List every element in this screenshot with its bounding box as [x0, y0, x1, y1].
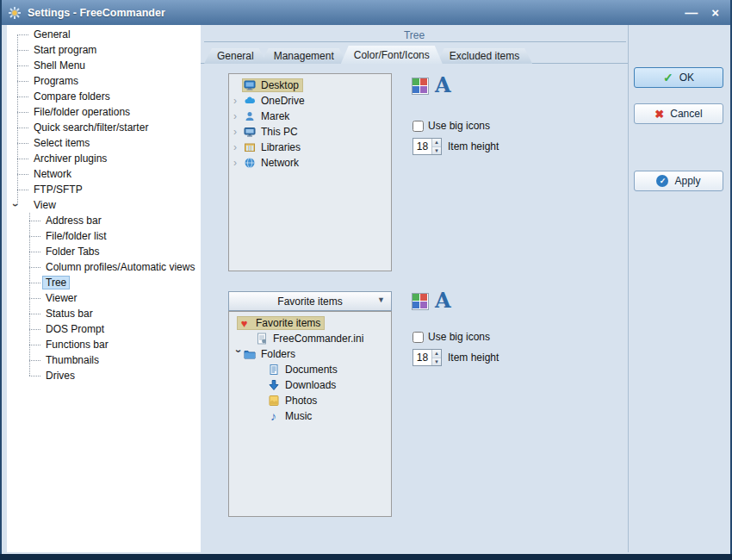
sidebar-item-ftp-sftp[interactable]: FTP/SFTP: [7, 182, 201, 197]
tree-item-network[interactable]: › Network: [229, 155, 391, 171]
spinner-arrows: ▲ ▼: [431, 139, 441, 154]
tree-item-libraries[interactable]: › Libraries: [229, 140, 391, 155]
color-settings-icon[interactable]: [413, 78, 428, 94]
sidebar-item-label: Compare folders: [31, 90, 113, 103]
close-button[interactable]: ×: [711, 6, 719, 19]
tree-item-marek[interactable]: › Marek: [229, 109, 391, 124]
ok-button[interactable]: ✓ OK: [634, 67, 723, 88]
chevron-down-icon[interactable]: ›: [9, 203, 22, 207]
sidebar-item-folder-tabs[interactable]: Folder Tabs: [7, 244, 201, 259]
sidebar-item-functions-bar[interactable]: Functions bar: [7, 337, 201, 352]
color-settings-icon[interactable]: [413, 294, 428, 309]
use-big-icons-checkbox[interactable]: [413, 332, 424, 343]
dropdown-value: Favorite items: [277, 296, 342, 308]
sidebar-item-general[interactable]: General: [7, 27, 201, 42]
tree-item-photos[interactable]: Photos: [229, 393, 391, 408]
tab-strip: General Management Color/Font/Icons Excl…: [204, 46, 526, 64]
chevron-down-icon[interactable]: ›: [233, 350, 244, 359]
tree-item-documents[interactable]: Documents: [229, 362, 391, 377]
sidebar-item-drives[interactable]: Drives: [7, 368, 201, 383]
sidebar-item-tree[interactable]: Tree: [7, 275, 201, 290]
sidebar-item-archiver-plugins[interactable]: Archiver plugins: [7, 151, 201, 166]
tab-label: Management: [274, 50, 334, 62]
tree-item-this-pc[interactable]: › This PC: [229, 124, 391, 140]
item-height-value[interactable]: 18: [413, 139, 431, 154]
tab-color-font-icons[interactable]: Color/Font/Icons: [341, 46, 443, 64]
sidebar-item-column-profiles[interactable]: Column profiles/Automatic views: [7, 259, 201, 275]
network-icon: [243, 157, 256, 169]
font-settings-icon[interactable]: A: [435, 290, 451, 311]
sidebar-item-view[interactable]: › View: [7, 197, 201, 213]
folder-icon: [243, 348, 256, 360]
tree-target-dropdown[interactable]: Favorite items ▼: [228, 291, 392, 311]
sidebar-item-select-items[interactable]: Select items: [7, 135, 201, 151]
tree-item-music[interactable]: ♪ Music: [229, 408, 391, 424]
spinner-up-icon[interactable]: ▲: [432, 350, 441, 358]
item-height-spinner[interactable]: 18 ▲ ▼: [413, 138, 442, 155]
item-height-spinner[interactable]: 18 ▲ ▼: [413, 349, 442, 366]
font-settings-icon[interactable]: A: [435, 75, 451, 96]
tree-item-freecommander-ini[interactable]: FreeCommander.ini: [229, 331, 391, 346]
chevron-right-icon[interactable]: ›: [233, 142, 243, 152]
tree-item-downloads[interactable]: Downloads: [229, 377, 391, 393]
sidebar-item-label: Start program: [31, 44, 99, 56]
sidebar-item-network[interactable]: Network: [7, 166, 201, 182]
dropdown-arrow-icon[interactable]: ▼: [377, 296, 385, 304]
divider: [204, 41, 626, 42]
sidebar-item-start-program[interactable]: Start program: [7, 42, 201, 58]
cancel-button[interactable]: ✖ Cancel: [634, 103, 723, 124]
sidebar-item-quick-search[interactable]: Quick search/filter/starter: [7, 120, 201, 135]
sidebar-item-shell-menu[interactable]: Shell Menu: [7, 58, 201, 73]
tab-excluded-items[interactable]: Excluded items: [437, 48, 532, 64]
sidebar-item-label: General: [31, 28, 73, 40]
sidebar-item-label: Drives: [43, 370, 78, 382]
sidebar-item-thumbnails[interactable]: Thumbnails: [7, 352, 201, 368]
gear-icon: [8, 6, 22, 20]
chevron-right-icon[interactable]: ›: [233, 111, 243, 121]
divider: [628, 25, 629, 552]
sidebar-item-dos-prompt[interactable]: DOS Prompt: [7, 321, 201, 337]
chevron-right-icon[interactable]: ›: [233, 158, 243, 168]
heart-icon: ♥: [238, 317, 251, 329]
sidebar-item-label: Select items: [31, 137, 92, 149]
page-title: Tree: [201, 29, 628, 41]
apply-button[interactable]: ✓ Apply: [634, 171, 723, 191]
tab-label: Color/Font/Icons: [354, 49, 430, 61]
item-height-value[interactable]: 18: [413, 350, 431, 365]
tree-item-favorite-items[interactable]: ♥ Favorite items: [229, 315, 391, 331]
tree-item-label: OneDrive: [258, 95, 307, 107]
tree-preview-favorites: ♥ Favorite items FreeCommander.ini › Fol…: [228, 311, 392, 517]
sidebar-item-file-folder-list[interactable]: File/folder list: [7, 228, 201, 244]
sidebar-item-programs[interactable]: Programs: [7, 73, 201, 89]
selected-highlight: Desktop: [243, 79, 302, 91]
tree-item-desktop[interactable]: Desktop: [229, 78, 391, 93]
sidebar-item-label: File/folder operations: [31, 106, 133, 118]
sidebar-item-compare-folders[interactable]: Compare folders: [7, 89, 201, 104]
sidebar-item-viewer[interactable]: Viewer: [7, 290, 201, 306]
sidebar-item-file-folder-operations[interactable]: File/folder operations: [7, 104, 201, 120]
tree-item-folders[interactable]: › Folders: [229, 346, 391, 362]
tab-general[interactable]: General: [204, 48, 267, 64]
settings-window: Settings - FreeCommander — × General Sta…: [0, 0, 732, 560]
check-circle-icon: ✓: [656, 175, 668, 187]
tab-label: Excluded items: [450, 50, 519, 62]
minimize-button[interactable]: —: [685, 6, 698, 19]
tab-management[interactable]: Management: [261, 48, 347, 64]
chevron-right-icon[interactable]: ›: [233, 127, 243, 137]
spinner-up-icon[interactable]: ▲: [432, 139, 441, 147]
spinner-down-icon[interactable]: ▼: [432, 358, 441, 366]
use-big-icons-label: Use big icons: [428, 120, 490, 132]
use-big-icons-row: Use big icons: [413, 120, 490, 132]
user-icon: [243, 110, 256, 122]
sidebar-item-address-bar[interactable]: Address bar: [7, 213, 201, 228]
use-big-icons-row: Use big icons: [413, 331, 490, 343]
photos-icon: [267, 395, 280, 407]
chevron-right-icon[interactable]: ›: [233, 96, 243, 106]
use-big-icons-checkbox[interactable]: [413, 121, 424, 132]
sidebar-item-label: Functions bar: [43, 339, 111, 351]
tree-item-label: Downloads: [282, 379, 338, 391]
spinner-down-icon[interactable]: ▼: [432, 147, 441, 155]
tree-item-onedrive[interactable]: › OneDrive: [229, 93, 391, 109]
sidebar-item-status-bar[interactable]: Status bar: [7, 306, 201, 321]
settings-category-tree: General Start program Shell Menu Program…: [7, 25, 201, 552]
